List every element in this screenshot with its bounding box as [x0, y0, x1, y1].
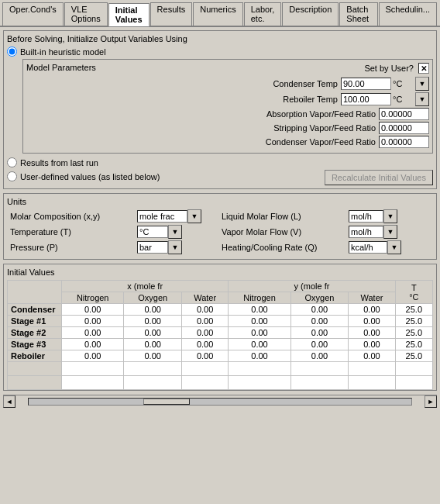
tab-scheduling[interactable]: Schedulin...: [379, 2, 437, 26]
init-section: Before Solving, Initialize Output Variab…: [3, 30, 437, 189]
param-dropdown-condenser-temp[interactable]: ▼: [415, 77, 429, 91]
tab-oper-conds[interactable]: Oper.Cond's: [2, 2, 64, 26]
cell-s1-xn: 0.00: [62, 316, 124, 327]
cell-s3-yw: 0.00: [349, 339, 395, 350]
cell-r-yn: 0.00: [229, 350, 290, 362]
cell-s1-yn: 0.00: [229, 316, 290, 327]
unit-dropdown-temperature[interactable]: ▼: [168, 225, 182, 239]
iv-table-wrapper[interactable]: x (mole fr y (mole fr T°C Nitrogen Oxyge…: [7, 280, 433, 390]
units-section-title: Units: [7, 197, 433, 206]
cell-r-yo: 0.00: [290, 350, 349, 362]
scroll-left-arrow[interactable]: ◄: [3, 395, 15, 408]
cell-s1-xo: 0.00: [124, 316, 182, 327]
cell-r-yw: 0.00: [349, 350, 395, 362]
cell-c-xn: 0.00: [62, 304, 124, 316]
cell-s1-yw: 0.00: [349, 316, 395, 327]
cell-s2-xo: 0.00: [124, 327, 182, 339]
row-label-stage3: Stage #3: [8, 339, 62, 350]
unit-dropdown-liquid-molar-flow[interactable]: ▼: [383, 209, 397, 223]
cell-s3-xw: 0.00: [182, 339, 229, 350]
param-label-condenser-vapor: Condenser Vapor/Feed Ratio: [266, 137, 376, 147]
param-input-condenser-vapor[interactable]: [379, 136, 429, 148]
tab-results[interactable]: Results: [150, 2, 193, 26]
radio-builtin[interactable]: [7, 47, 17, 57]
cell-s1-t: 25.0: [395, 316, 432, 327]
th-x-water: Water: [182, 292, 229, 304]
th-y-nitrogen: Nitrogen: [229, 292, 290, 304]
cell-s1-yo: 0.00: [290, 316, 349, 327]
unit-dropdown-pressure[interactable]: ▼: [168, 240, 182, 254]
iv-section: Initial Values x (mole fr y (mole fr T°C…: [3, 264, 437, 391]
param-condenser-vapor: Condenser Vapor/Feed Ratio: [26, 136, 429, 148]
param-input-stripping[interactable]: [379, 122, 429, 134]
radio-row-2: Results from last run: [7, 157, 433, 167]
radio-user-defined[interactable]: [7, 171, 17, 181]
param-reboiler-temp: Reboiler Temp °C ▼: [26, 92, 429, 106]
model-params-title: Model Parameters: [26, 63, 96, 74]
scroll-track[interactable]: [28, 398, 412, 406]
cell-r-t: 25.0: [395, 350, 432, 362]
th-x-group: x (mole fr: [62, 281, 229, 292]
tab-numerics[interactable]: Numerics: [193, 2, 242, 26]
cell-r-xn: 0.00: [62, 350, 124, 362]
unit-input-liquid-molar-flow[interactable]: [349, 210, 383, 223]
unit-pressure: Pressure (P) ▼: [10, 240, 218, 254]
tab-vle-options[interactable]: VLE Options: [64, 2, 108, 26]
table-row-reboiler: Reboiler 0.00 0.00 0.00 0.00 0.00 0.00 2…: [8, 350, 433, 362]
main-content: Before Solving, Initialize Output Variab…: [0, 27, 440, 410]
table-row-empty1: [8, 362, 433, 376]
th-y-group: y (mole fr: [229, 281, 395, 292]
unit-input-temperature[interactable]: [137, 226, 168, 238]
cell-s1-xw: 0.00: [182, 316, 229, 327]
table-row-condenser: Condenser 0.00 0.00 0.00 0.00 0.00 0.00 …: [8, 304, 433, 316]
unit-input-molar-comp[interactable]: [137, 210, 187, 223]
tab-description[interactable]: Description: [282, 2, 339, 26]
tab-labor[interactable]: Labor, etc.: [244, 2, 282, 26]
param-unit-condenser-temp: °C: [393, 79, 412, 88]
unit-molar-composition: Molar Composition (x,y) ▼: [10, 209, 218, 223]
th-x-oxygen: Oxygen: [124, 292, 182, 304]
recalc-button[interactable]: Recalculate Initial Values: [325, 170, 433, 185]
cell-c-t: 25.0: [395, 304, 432, 316]
cell-c-yw: 0.00: [349, 304, 395, 316]
row-label-stage1: Stage #1: [8, 316, 62, 327]
cell-s3-xn: 0.00: [62, 339, 124, 350]
radio-row-1: Built-in heuristic model: [7, 47, 433, 57]
param-dropdown-reboiler-temp[interactable]: ▼: [415, 92, 429, 106]
scroll-thumb[interactable]: [143, 399, 190, 405]
th-empty: [8, 281, 62, 304]
param-input-reboiler-temp[interactable]: [341, 93, 391, 105]
tab-initial-values[interactable]: Initial Values: [108, 3, 150, 26]
cell-c-yn: 0.00: [229, 304, 290, 316]
param-label-absorption: Absorption Vapor/Feed Ratio: [266, 109, 376, 119]
th-x-nitrogen: Nitrogen: [62, 292, 124, 304]
radio-last-run[interactable]: [7, 157, 17, 167]
set-by-user-checkbox[interactable]: ✕: [418, 63, 429, 74]
unit-dropdown-vapor-molar-flow[interactable]: ▼: [383, 225, 397, 239]
tab-bar: Oper.Cond's VLE Options Initial Values R…: [0, 0, 440, 27]
cell-s3-yo: 0.00: [290, 339, 349, 350]
unit-input-vapor-molar-flow[interactable]: [349, 226, 383, 238]
scroll-right-arrow[interactable]: ►: [425, 395, 437, 408]
param-label-reboiler-temp: Reboiler Temp: [283, 95, 338, 104]
param-input-condenser-temp[interactable]: [341, 78, 391, 90]
cell-s3-t: 25.0: [395, 339, 432, 350]
tab-batch-sheet[interactable]: Batch Sheet: [339, 2, 377, 26]
cell-s3-yn: 0.00: [229, 339, 290, 350]
unit-input-heating-cooling[interactable]: [349, 241, 387, 254]
unit-heating-cooling: Heating/Cooling Rate (Q) ▼: [222, 240, 430, 254]
table-row-stage1: Stage #1 0.00 0.00 0.00 0.00 0.00 0.00 2…: [8, 316, 433, 327]
units-grid: Molar Composition (x,y) ▼ Temperature (T…: [7, 209, 433, 256]
unit-temperature: Temperature (T) ▼: [10, 225, 218, 239]
cell-r-xo: 0.00: [124, 350, 182, 362]
param-input-absorption[interactable]: [379, 108, 429, 120]
unit-dropdown-molar-comp[interactable]: ▼: [187, 209, 201, 223]
param-label-condenser-temp: Condenser Temp: [273, 79, 338, 88]
unit-input-pressure[interactable]: [137, 241, 168, 254]
set-by-user-label: Set by User?: [364, 64, 414, 73]
iv-section-title: Initial Values: [7, 268, 433, 277]
unit-dropdown-heating-cooling[interactable]: ▼: [387, 240, 401, 254]
unit-label-molar-comp: Molar Composition (x,y): [10, 212, 134, 221]
radio-row-3: User-defined values (as listed below): [7, 171, 160, 181]
horizontal-scrollbar[interactable]: ◄ ►: [3, 395, 437, 407]
